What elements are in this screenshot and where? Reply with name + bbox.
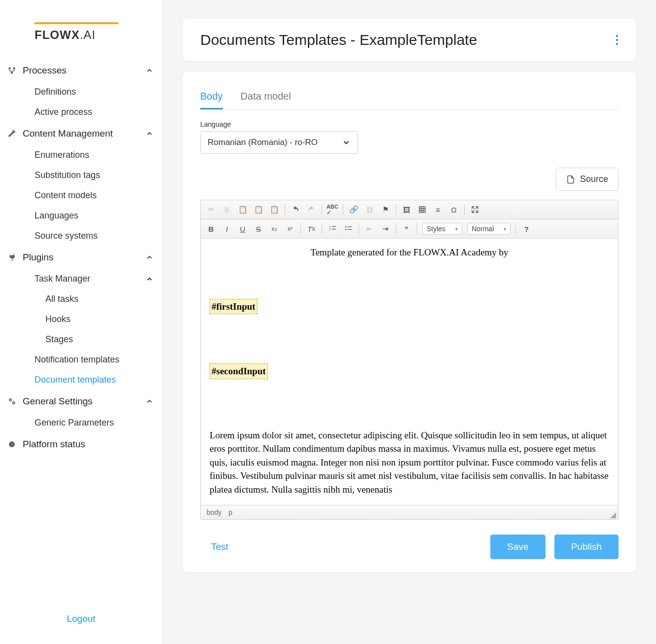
bold-icon[interactable]: B	[204, 221, 219, 236]
more-menu-button[interactable]	[616, 34, 619, 46]
svg-point-5	[10, 399, 11, 400]
tab-data-model[interactable]: Data model	[241, 85, 291, 109]
nav-item-platform-status[interactable]: Platform status	[0, 433, 162, 456]
plug-icon	[5, 253, 19, 262]
paste-word-icon[interactable]: 📋	[267, 202, 282, 217]
tabs: Body Data model	[200, 85, 619, 109]
spellcheck-icon[interactable]: ABC✓	[325, 202, 340, 217]
svg-rect-21	[348, 226, 352, 227]
nav-item-stages[interactable]: Stages	[0, 329, 162, 350]
placeholder-second-input[interactable]: #secondInput	[210, 363, 268, 379]
strike-icon[interactable]: S	[251, 221, 266, 236]
wrench-icon	[5, 129, 19, 138]
subscript-icon[interactable]: x₂	[267, 221, 282, 236]
chevron-up-icon	[146, 397, 153, 405]
chevron-up-icon	[146, 275, 153, 283]
format-dropdown[interactable]: Normal ▾	[467, 223, 510, 235]
svg-rect-19	[332, 229, 336, 229]
nav-section-label: General Settings	[19, 396, 146, 407]
nav-item-notification-templates[interactable]: Notification templates	[0, 350, 162, 370]
breadcrumb-body[interactable]: body	[207, 508, 221, 516]
nav-item-substitution-tags[interactable]: Substitution tags	[0, 165, 162, 185]
page-title: Documents Templates - ExampleTemplate	[200, 32, 477, 48]
nav-section-plugins[interactable]: Plugins	[0, 246, 162, 269]
unlink-icon: ⛓	[362, 202, 377, 217]
underline-icon[interactable]: U	[235, 221, 250, 236]
nav-section-general[interactable]: General Settings	[0, 390, 162, 413]
image-icon[interactable]: 🖼	[399, 202, 414, 217]
tab-body[interactable]: Body	[200, 85, 223, 109]
nav-item-task-manager[interactable]: Task Manager	[0, 269, 162, 289]
editor-heading: Template generated for the FLOWX.AI Acad…	[210, 246, 609, 259]
paste-text-icon[interactable]: 📋	[251, 202, 266, 217]
nav-item-generic-parameters[interactable]: Generic Parameters	[0, 413, 162, 433]
nav-item-languages[interactable]: Languages	[0, 206, 162, 226]
editor-toolbar-2: B I U S x₂ x² Tx 12 ⇤	[201, 219, 618, 239]
source-button[interactable]: Source	[556, 168, 619, 191]
link-icon[interactable]: 🔗	[346, 202, 361, 217]
logout-link[interactable]: Logout	[0, 594, 162, 634]
status-dot-icon	[5, 440, 19, 449]
chevron-up-icon	[146, 253, 153, 261]
svg-point-10	[616, 43, 618, 45]
svg-point-22	[345, 229, 347, 230]
nav-item-document-templates[interactable]: Document templates	[0, 370, 162, 390]
bullet-list-icon[interactable]	[341, 221, 356, 236]
test-button[interactable]: Test	[200, 536, 239, 558]
editor-content[interactable]: Template generated for the FLOWX.AI Acad…	[201, 239, 618, 505]
redo-icon	[304, 202, 319, 217]
special-char-icon[interactable]: Ω	[446, 202, 461, 217]
indent-icon[interactable]: ⇥	[378, 221, 393, 236]
page-header-card: Documents Templates - ExampleTemplate	[182, 19, 636, 61]
caret-down-icon: ▾	[504, 226, 506, 232]
maximize-icon[interactable]	[468, 202, 482, 217]
editor-status-bar: body p	[201, 505, 618, 519]
resize-handle[interactable]	[610, 512, 616, 518]
sidebar: FLOWX.AI Processes Definitions Active pr…	[0, 0, 163, 644]
nav-section-content[interactable]: Content Management	[0, 122, 162, 145]
brand-logo: FLOWX.AI	[0, 10, 162, 59]
table-icon[interactable]	[415, 202, 430, 217]
nav-section-label: Content Management	[19, 128, 146, 139]
nav-section-processes[interactable]: Processes	[0, 59, 162, 82]
nav-section-label: Processes	[19, 65, 146, 76]
svg-point-1	[13, 67, 15, 70]
blockquote-icon[interactable]: ”	[399, 221, 414, 236]
nav-item-content-models[interactable]: Content models	[0, 185, 162, 206]
svg-rect-23	[348, 229, 352, 230]
nav-item-source-systems[interactable]: Source systems	[0, 226, 162, 246]
nav-item-all-tasks[interactable]: All tasks	[0, 289, 162, 309]
superscript-icon[interactable]: x²	[283, 221, 297, 236]
editor-lorem: Lorem ipsum dolor sit amet, consectetur …	[210, 429, 609, 497]
main-content: Documents Templates - ExampleTemplate Bo…	[163, 0, 656, 644]
hr-icon[interactable]: ≡	[431, 202, 445, 217]
main-nav: Processes Definitions Active process Con…	[0, 59, 162, 594]
nav-item-enumerations[interactable]: Enumerations	[0, 145, 162, 165]
breadcrumb-p[interactable]: p	[228, 508, 232, 516]
help-icon[interactable]: ?	[519, 221, 534, 236]
language-select[interactable]: Romanian (Romania) - ro-RO	[200, 131, 358, 154]
nav-item-active-process[interactable]: Active process	[0, 102, 162, 122]
publish-button[interactable]: Publish	[554, 535, 619, 559]
italic-icon[interactable]: I	[219, 221, 234, 236]
language-label: Language	[200, 120, 619, 128]
cut-icon: ✂	[204, 202, 219, 217]
nav-section-label: Plugins	[19, 252, 146, 263]
svg-rect-17	[332, 226, 336, 227]
save-button[interactable]: Save	[490, 535, 545, 559]
svg-point-6	[13, 402, 14, 403]
gears-icon	[5, 397, 19, 406]
styles-dropdown[interactable]: Styles ▾	[422, 223, 462, 235]
svg-point-9	[616, 39, 618, 41]
nav-item-definitions[interactable]: Definitions	[0, 82, 162, 102]
undo-icon[interactable]	[288, 202, 303, 217]
copy-icon: ⎘	[219, 202, 234, 217]
remove-format-icon[interactable]: Tx	[304, 221, 319, 236]
anchor-icon[interactable]: ⚑	[378, 202, 393, 217]
numbered-list-icon[interactable]: 12	[325, 221, 340, 236]
chevron-down-icon	[342, 138, 351, 147]
outdent-icon: ⇤	[362, 221, 377, 236]
nav-item-hooks[interactable]: Hooks	[0, 309, 162, 329]
paste-icon[interactable]: 📋	[235, 202, 250, 217]
placeholder-first-input[interactable]: #firstInput	[210, 299, 257, 315]
